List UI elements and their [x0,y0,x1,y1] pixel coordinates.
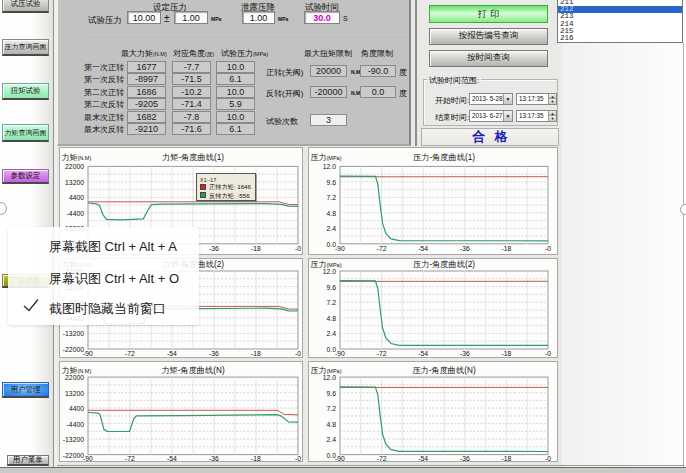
svg-text:12.0: 12.0 [322,374,335,381]
svg-text:-90: -90 [83,455,93,461]
svg-text:4.8: 4.8 [326,314,336,321]
svg-text:4400: 4400 [68,194,83,201]
svg-text:-18: -18 [251,245,261,252]
svg-text:力矩-角度曲线(N): 力矩-角度曲线(N) [161,365,224,374]
svg-text:-0: -0 [294,455,300,461]
svg-text:-36: -36 [459,455,469,461]
svg-text:-22000: -22000 [62,451,83,458]
svg-text:-18: -18 [501,350,511,357]
svg-text:12.0: 12.0 [322,268,335,275]
svg-text:7.2: 7.2 [326,299,336,306]
svg-text:-13200: -13200 [62,436,83,443]
svg-text:13200: 13200 [65,179,84,186]
svg-text:-54: -54 [418,455,428,461]
svg-text:-18: -18 [251,350,261,357]
svg-text:-90: -90 [335,245,345,252]
svg-text:4400: 4400 [68,405,83,412]
svg-text:-54: -54 [418,350,428,357]
svg-text:-0: -0 [544,350,550,357]
svg-text:-22000: -22000 [62,346,83,353]
svg-text:7.2: 7.2 [326,405,336,412]
svg-text:-72: -72 [125,350,135,357]
svg-text:压力(MPa): 压力(MPa) [310,259,341,268]
svg-text:-90: -90 [83,350,93,357]
svg-text:4.8: 4.8 [326,420,336,427]
svg-text:2.4: 2.4 [326,330,336,337]
svg-text:-72: -72 [376,245,386,252]
svg-text:力矩(N.M): 力矩(N.M) [61,153,91,162]
svg-text:7.2: 7.2 [326,194,336,201]
svg-text:-54: -54 [418,245,428,252]
svg-text:-18: -18 [251,455,261,461]
svg-text:-4400: -4400 [66,210,84,217]
svg-text:-72: -72 [125,455,135,461]
svg-text:-36: -36 [209,350,219,357]
svg-text:13200: 13200 [65,389,84,396]
svg-text:压力-角度曲线(1): 压力-角度曲线(1) [413,153,475,162]
svg-text:-72: -72 [376,455,386,461]
svg-text:压力-角度曲线(2): 压力-角度曲线(2) [413,259,475,268]
svg-text:-72: -72 [376,350,386,357]
svg-text:22000: 22000 [65,163,84,170]
svg-text:22000: 22000 [65,374,84,381]
svg-text:压力-角度曲线(N): 压力-角度曲线(N) [412,365,475,374]
svg-text:-0: -0 [294,245,300,252]
svg-text:-90: -90 [335,455,345,461]
svg-text:-0: -0 [544,245,550,252]
svg-text:-36: -36 [459,245,469,252]
svg-text:9.6: 9.6 [326,389,336,396]
svg-text:-0: -0 [294,350,300,357]
svg-text:-18: -18 [501,455,511,461]
svg-text:压力(MPa): 压力(MPa) [310,153,341,162]
svg-text:2.4: 2.4 [326,225,336,232]
svg-text:力矩-角度曲线(1): 力矩-角度曲线(1) [162,153,224,162]
svg-text:-18: -18 [501,245,511,252]
svg-text:-54: -54 [167,455,177,461]
svg-text:12.0: 12.0 [322,163,335,170]
svg-text:-13200: -13200 [62,330,83,337]
svg-text:-90: -90 [335,350,345,357]
svg-text:-0: -0 [544,455,550,461]
svg-text:-36: -36 [209,455,219,461]
svg-text:-54: -54 [167,350,177,357]
svg-text:压力(MPa): 压力(MPa) [310,365,341,374]
svg-text:9.6: 9.6 [326,179,336,186]
svg-text:-36: -36 [209,245,219,252]
svg-text:2.4: 2.4 [326,436,336,443]
svg-text:4.8: 4.8 [326,210,336,217]
svg-text:9.6: 9.6 [326,283,336,290]
svg-text:力矩(N.M): 力矩(N.M) [61,365,91,374]
svg-text:-36: -36 [459,350,469,357]
svg-text:-4400: -4400 [66,420,84,427]
